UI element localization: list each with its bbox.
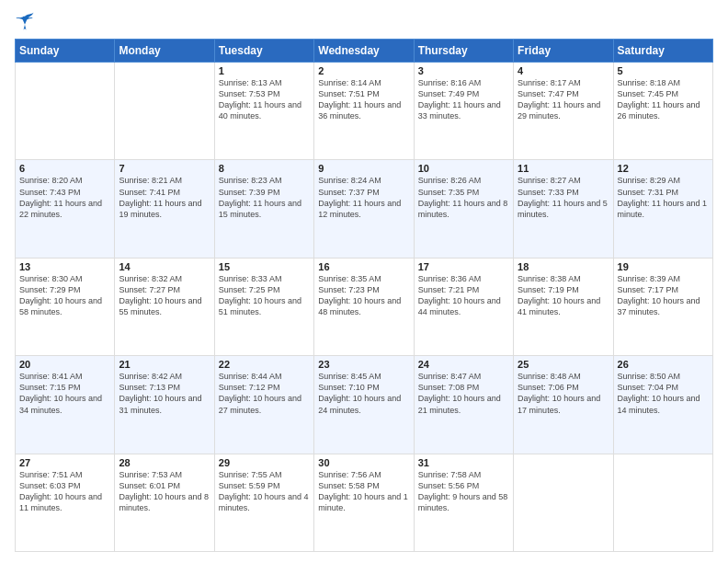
day-info: Sunrise: 8:45 AMSunset: 7:10 PMDaylight:… <box>318 371 409 416</box>
calendar-week-3: 13Sunrise: 8:30 AMSunset: 7:29 PMDayligh… <box>16 258 713 355</box>
day-number: 28 <box>119 457 210 468</box>
day-number: 22 <box>219 359 310 370</box>
day-header-wednesday: Wednesday <box>314 40 414 63</box>
calendar-cell: 15Sunrise: 8:33 AMSunset: 7:25 PMDayligh… <box>214 258 313 355</box>
day-number: 13 <box>19 261 110 272</box>
day-number: 4 <box>518 65 609 76</box>
calendar-cell <box>115 63 214 160</box>
day-info: Sunrise: 8:16 AMSunset: 7:49 PMDaylight:… <box>418 77 509 122</box>
calendar-cell: 23Sunrise: 8:45 AMSunset: 7:10 PMDayligh… <box>314 356 414 454</box>
calendar-cell: 1Sunrise: 8:13 AMSunset: 7:53 PMDaylight… <box>214 63 313 160</box>
day-number: 20 <box>19 359 110 370</box>
day-number: 21 <box>119 359 210 370</box>
calendar-cell: 11Sunrise: 8:27 AMSunset: 7:33 PMDayligh… <box>514 160 613 258</box>
day-info: Sunrise: 8:44 AMSunset: 7:12 PMDaylight:… <box>219 371 310 416</box>
day-info: Sunrise: 8:50 AMSunset: 7:04 PMDaylight:… <box>618 371 709 416</box>
calendar-cell: 6Sunrise: 8:20 AMSunset: 7:43 PMDaylight… <box>16 160 115 258</box>
day-number: 31 <box>418 457 509 468</box>
day-info: Sunrise: 8:39 AMSunset: 7:17 PMDaylight:… <box>618 273 709 318</box>
calendar-cell: 31Sunrise: 7:58 AMSunset: 5:56 PMDayligh… <box>414 454 513 551</box>
day-number: 8 <box>219 163 310 174</box>
calendar-cell: 18Sunrise: 8:38 AMSunset: 7:19 PMDayligh… <box>514 258 613 355</box>
calendar-cell: 5Sunrise: 8:18 AMSunset: 7:45 PMDaylight… <box>613 63 712 160</box>
day-info: Sunrise: 8:24 AMSunset: 7:37 PMDaylight:… <box>318 175 409 220</box>
calendar-cell: 9Sunrise: 8:24 AMSunset: 7:37 PMDaylight… <box>314 160 414 258</box>
calendar-cell: 25Sunrise: 8:48 AMSunset: 7:06 PMDayligh… <box>514 356 613 454</box>
calendar-week-2: 6Sunrise: 8:20 AMSunset: 7:43 PMDaylight… <box>16 160 713 258</box>
day-number: 24 <box>418 359 509 370</box>
calendar-cell: 13Sunrise: 8:30 AMSunset: 7:29 PMDayligh… <box>16 258 115 355</box>
day-info: Sunrise: 7:58 AMSunset: 5:56 PMDaylight:… <box>418 469 509 514</box>
calendar-cell: 12Sunrise: 8:29 AMSunset: 7:31 PMDayligh… <box>613 160 712 258</box>
calendar-cell: 7Sunrise: 8:21 AMSunset: 7:41 PMDaylight… <box>115 160 214 258</box>
day-info: Sunrise: 8:29 AMSunset: 7:31 PMDaylight:… <box>618 175 709 220</box>
calendar-cell: 14Sunrise: 8:32 AMSunset: 7:27 PMDayligh… <box>115 258 214 355</box>
day-number: 30 <box>318 457 409 468</box>
day-info: Sunrise: 7:56 AMSunset: 5:58 PMDaylight:… <box>318 469 409 514</box>
day-number: 19 <box>618 261 709 272</box>
calendar-cell: 24Sunrise: 8:47 AMSunset: 7:08 PMDayligh… <box>414 356 513 454</box>
calendar-cell: 21Sunrise: 8:42 AMSunset: 7:13 PMDayligh… <box>115 356 214 454</box>
day-number: 16 <box>318 261 409 272</box>
day-number: 26 <box>618 359 709 370</box>
day-header-monday: Monday <box>115 40 214 63</box>
logo-icon <box>15 11 35 31</box>
day-info: Sunrise: 8:30 AMSunset: 7:29 PMDaylight:… <box>19 273 110 318</box>
calendar-week-5: 27Sunrise: 7:51 AMSunset: 6:03 PMDayligh… <box>16 454 713 551</box>
calendar-header-row: SundayMondayTuesdayWednesdayThursdayFrid… <box>16 40 713 63</box>
day-number: 3 <box>418 65 509 76</box>
day-number: 23 <box>318 359 409 370</box>
calendar-cell: 29Sunrise: 7:55 AMSunset: 5:59 PMDayligh… <box>214 454 313 551</box>
day-number: 7 <box>119 163 210 174</box>
day-number: 15 <box>219 261 310 272</box>
day-number: 5 <box>618 65 709 76</box>
day-info: Sunrise: 8:27 AMSunset: 7:33 PMDaylight:… <box>518 175 609 220</box>
day-header-sunday: Sunday <box>16 40 115 63</box>
day-header-friday: Friday <box>514 40 613 63</box>
calendar-week-4: 20Sunrise: 8:41 AMSunset: 7:15 PMDayligh… <box>16 356 713 454</box>
day-number: 1 <box>219 65 310 76</box>
day-info: Sunrise: 8:14 AMSunset: 7:51 PMDaylight:… <box>318 77 409 122</box>
calendar-cell: 22Sunrise: 8:44 AMSunset: 7:12 PMDayligh… <box>214 356 313 454</box>
day-info: Sunrise: 8:33 AMSunset: 7:25 PMDaylight:… <box>219 273 310 318</box>
calendar-cell <box>613 454 712 551</box>
calendar-cell: 30Sunrise: 7:56 AMSunset: 5:58 PMDayligh… <box>314 454 414 551</box>
day-info: Sunrise: 8:13 AMSunset: 7:53 PMDaylight:… <box>219 77 310 122</box>
day-number: 27 <box>19 457 110 468</box>
calendar-cell: 20Sunrise: 8:41 AMSunset: 7:15 PMDayligh… <box>16 356 115 454</box>
calendar-cell: 8Sunrise: 8:23 AMSunset: 7:39 PMDaylight… <box>214 160 313 258</box>
day-info: Sunrise: 8:47 AMSunset: 7:08 PMDaylight:… <box>418 371 509 416</box>
calendar-cell: 16Sunrise: 8:35 AMSunset: 7:23 PMDayligh… <box>314 258 414 355</box>
day-info: Sunrise: 8:38 AMSunset: 7:19 PMDaylight:… <box>518 273 609 318</box>
day-number: 6 <box>19 163 110 174</box>
calendar-cell: 4Sunrise: 8:17 AMSunset: 7:47 PMDaylight… <box>514 63 613 160</box>
calendar-week-1: 1Sunrise: 8:13 AMSunset: 7:53 PMDaylight… <box>16 63 713 160</box>
day-number: 18 <box>518 261 609 272</box>
day-number: 25 <box>518 359 609 370</box>
calendar-cell: 3Sunrise: 8:16 AMSunset: 7:49 PMDaylight… <box>414 63 513 160</box>
day-info: Sunrise: 8:23 AMSunset: 7:39 PMDaylight:… <box>219 175 310 220</box>
day-number: 29 <box>219 457 310 468</box>
day-number: 14 <box>119 261 210 272</box>
page: SundayMondayTuesdayWednesdayThursdayFrid… <box>0 0 728 563</box>
day-info: Sunrise: 7:51 AMSunset: 6:03 PMDaylight:… <box>19 469 110 514</box>
day-info: Sunrise: 8:41 AMSunset: 7:15 PMDaylight:… <box>19 371 110 416</box>
day-info: Sunrise: 7:55 AMSunset: 5:59 PMDaylight:… <box>219 469 310 514</box>
day-header-saturday: Saturday <box>613 40 712 63</box>
day-info: Sunrise: 8:35 AMSunset: 7:23 PMDaylight:… <box>318 273 409 318</box>
day-info: Sunrise: 8:48 AMSunset: 7:06 PMDaylight:… <box>518 371 609 416</box>
day-info: Sunrise: 8:26 AMSunset: 7:35 PMDaylight:… <box>418 175 509 220</box>
day-header-thursday: Thursday <box>414 40 513 63</box>
calendar-cell: 27Sunrise: 7:51 AMSunset: 6:03 PMDayligh… <box>16 454 115 551</box>
calendar-cell <box>514 454 613 551</box>
day-info: Sunrise: 8:36 AMSunset: 7:21 PMDaylight:… <box>418 273 509 318</box>
calendar: SundayMondayTuesdayWednesdayThursdayFrid… <box>15 39 713 552</box>
logo <box>15 11 39 31</box>
day-number: 2 <box>318 65 409 76</box>
calendar-cell: 17Sunrise: 8:36 AMSunset: 7:21 PMDayligh… <box>414 258 513 355</box>
day-info: Sunrise: 8:20 AMSunset: 7:43 PMDaylight:… <box>19 175 110 220</box>
day-info: Sunrise: 8:17 AMSunset: 7:47 PMDaylight:… <box>518 77 609 122</box>
calendar-cell: 28Sunrise: 7:53 AMSunset: 6:01 PMDayligh… <box>115 454 214 551</box>
day-info: Sunrise: 8:32 AMSunset: 7:27 PMDaylight:… <box>119 273 210 318</box>
day-header-tuesday: Tuesday <box>214 40 313 63</box>
